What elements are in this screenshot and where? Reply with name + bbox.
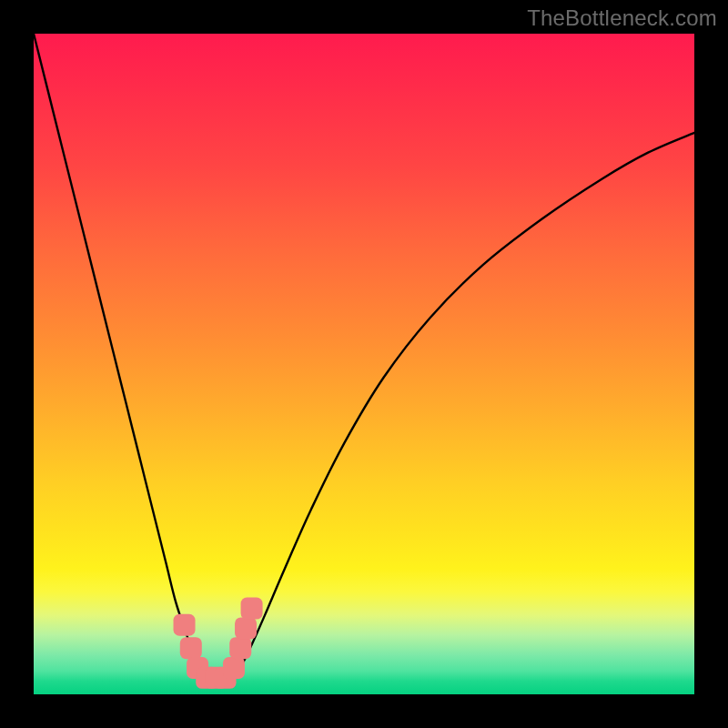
curve-marker	[223, 657, 245, 679]
curve-marker	[241, 598, 263, 620]
curve-marker	[229, 637, 251, 659]
chart-frame: TheBottleneck.com	[0, 0, 728, 728]
chart-svg	[34, 34, 694, 694]
chart-plot-area	[34, 34, 694, 694]
curve-markers	[174, 598, 263, 689]
curve-marker	[180, 637, 202, 659]
curve-marker	[235, 617, 257, 639]
curve-marker	[174, 614, 196, 636]
watermark-text: TheBottleneck.com	[527, 5, 717, 31]
bottleneck-curve	[34, 34, 694, 686]
